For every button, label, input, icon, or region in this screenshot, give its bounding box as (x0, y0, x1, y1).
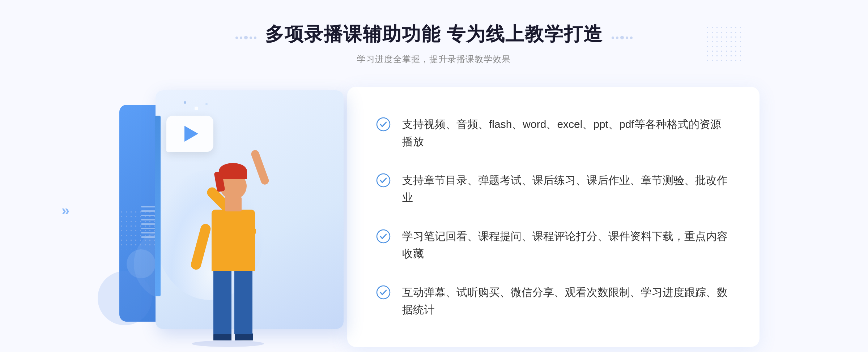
check-icon-2 (376, 173, 391, 189)
divider-dot-3 (244, 36, 248, 39)
left-divider-dots (235, 36, 256, 39)
divider-dot-9 (626, 37, 628, 39)
arm-left (190, 223, 212, 271)
chevron-left-deco: » (61, 202, 69, 219)
feature-text-1: 支持视频、音频、flash、word、excel、ppt、pdf等各种格式的资源… (402, 116, 731, 150)
check-icon-3 (376, 229, 391, 245)
feature-item-2: 支持章节目录、弹题考试、课后练习、课后作业、章节测验、批改作业 (376, 172, 731, 206)
person-shadow (192, 340, 264, 347)
feature-item-3: 学习笔记回看、课程提问、课程评论打分、课件资料下载，重点内容收藏 (376, 228, 731, 262)
feature-text-4: 互动弹幕、试听购买、微信分享、观看次数限制、学习进度跟踪、数据统计 (402, 284, 731, 318)
check-circle-svg-2 (376, 173, 391, 188)
hair (219, 163, 247, 179)
main-title: 多项录播课辅助功能 专为线上教学打造 (265, 22, 603, 47)
feature-item-4: 互动弹幕、试听购买、微信分享、观看次数限制、学习进度跟踪、数据统计 (376, 284, 731, 318)
divider-dot-1 (235, 37, 238, 39)
sparkle-dot-3 (205, 103, 208, 105)
svg-point-0 (377, 118, 390, 131)
sub-title: 学习进度全掌握，提升录播课教学效果 (235, 53, 633, 65)
blue-accent-bar (155, 116, 161, 296)
feature-text-2: 支持章节目录、弹题考试、课后练习、课后作业、章节测验、批改作业 (402, 172, 731, 206)
shoe-right (235, 333, 253, 340)
leg-left (213, 269, 231, 334)
bottom-left-circle (98, 271, 152, 325)
check-circle-svg-3 (376, 229, 391, 244)
title-divider: 多项录播课辅助功能 专为线上教学打造 (235, 22, 633, 53)
svg-point-3 (377, 286, 390, 299)
dot-pattern-top-right (705, 25, 745, 65)
divider-dot-2 (240, 37, 242, 39)
svg-point-1 (377, 174, 390, 187)
svg-point-2 (377, 230, 390, 243)
divider-dot-7 (616, 37, 618, 39)
check-icon-1 (376, 117, 391, 133)
sparkle-dot-2 (184, 101, 186, 104)
feature-text-3: 学习笔记回看、课程提问、课程评论打分、课件资料下载，重点内容收藏 (402, 228, 731, 262)
check-circle-svg-1 (376, 117, 391, 132)
right-divider-dots (612, 36, 633, 39)
divider-dot-8 (620, 36, 624, 39)
page-container: 多项录播课辅助功能 专为线上教学打造 学习进度全掌握，提升录播课教学效果 (0, 0, 868, 352)
shoe-left (213, 333, 231, 340)
leg-right (234, 269, 252, 334)
illustration-area: » (109, 87, 354, 347)
divider-dot-10 (630, 37, 633, 39)
person-figure (181, 108, 282, 347)
header-section: 多项录播课辅助功能 专为线上教学打造 学习进度全掌握，提升录播课教学效果 (235, 22, 633, 65)
arm-right-lower (250, 149, 270, 185)
divider-dot-5 (254, 37, 256, 39)
check-circle-svg-4 (376, 285, 391, 300)
feature-item-1: 支持视频、音频、flash、word、excel、ppt、pdf等各种格式的资源… (376, 116, 731, 150)
divider-dot-4 (250, 37, 252, 39)
dot-pattern-left (119, 210, 159, 249)
content-section: » 支持视频、音频、flash、word、excel、ppt、pdf等各种格式的… (109, 87, 760, 347)
divider-dot-6 (612, 37, 614, 39)
check-icon-4 (376, 285, 391, 301)
features-area: 支持视频、音频、flash、word、excel、ppt、pdf等各种格式的资源… (347, 87, 760, 347)
